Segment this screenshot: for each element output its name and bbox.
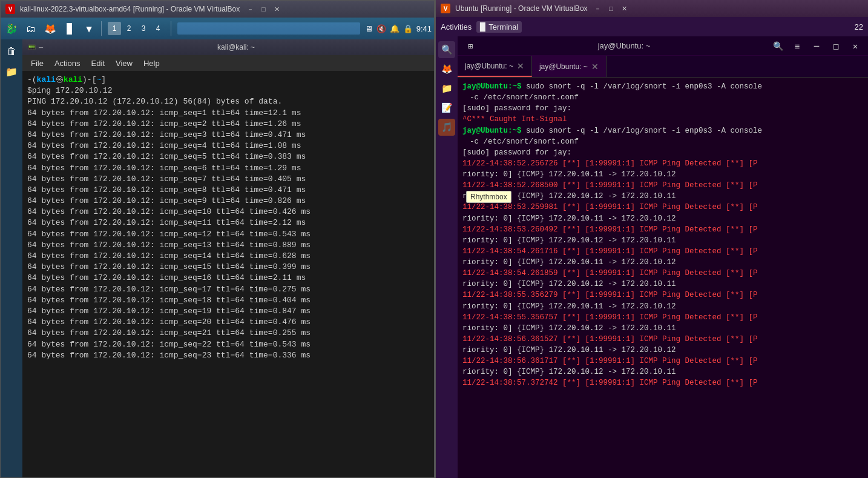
ubuntu-top-taskbar: Activities ▉ Terminal 22 [436,17,868,36]
menu-view[interactable]: View [111,58,137,69]
ubuntu-term-toolbar: ⊞ jay@Ubuntu: ~ 🔍 ≡ ─ □ ✕ [458,36,868,56]
browser-icon[interactable]: 🦊 [42,20,59,37]
terminal-icon[interactable]: ▉ [61,20,78,37]
menu-file[interactable]: File [26,58,48,69]
ubuntu-terminal-icon: ▉ [480,22,486,32]
snort-info-5: riority: 0] {ICMP} 172.20.10.11 -> 172.2… [462,257,863,268]
ping-line-10: 64 bytes from 172.20.10.12: icmp_seq=10 … [27,207,429,217]
right-close-button[interactable]: ✕ [619,3,630,14]
menu-actions[interactable]: Actions [50,58,85,69]
ubuntu-sidebar-icon-3[interactable]: 🎵 [438,119,455,136]
ping-line-5: 64 bytes from 172.20.10.12: icmp_seq=5 t… [27,151,429,162]
left-window-controls: － □ ✕ [245,4,282,15]
ubuntu-toolbar-menu[interactable]: ≡ [789,38,805,54]
ubuntu-toolbar-btn-1[interactable]: ⊞ [462,38,478,54]
ping-header-line: PING 172.20.10.12 (172.20.10.12) 56(84) … [27,96,429,107]
left-main-area: 🗑 📁 📟 ─ kali@kali: ~ File Actions Edit V… [1,39,434,477]
ubuntu-terminal-tabs: jay@Ubuntu: ~ ✕ jay@Ubuntu: ~ ✕ [458,56,868,78]
ubuntu-tab-2-label: jay@Ubuntu: ~ [539,62,588,71]
kali-terminal-content: -(kali㉿kali)-[~] $ ping 172.20.10.12 PIN… [22,71,434,477]
ubuntu-right-main: 🔍 🦊 📁 📝 🎵 ⊞ jay@Ubuntu: ~ 🔍 ≡ ─ □ ✕ jay@… [436,36,868,478]
files-icon[interactable]: 🗂 [22,20,39,37]
snort-alert-5: 11/22-14:38:54.261716 [**] [1:99991:1] I… [462,246,863,257]
ping-line-9: 64 bytes from 172.20.10.12: icmp_seq=9 t… [27,196,429,207]
sidebar-trash-icon[interactable]: 🗑 [2,42,21,60]
ping-line-7: 64 bytes from 172.20.10.12: icmp_seq=7 t… [27,174,429,185]
ubuntu-tab-2[interactable]: jay@Ubuntu: ~ ✕ [532,56,607,77]
ping-line-19: 64 bytes from 172.20.10.12: icmp_seq=19 … [27,306,429,317]
close-button[interactable]: ✕ [271,4,282,15]
workspace-1[interactable]: 1 [108,22,121,35]
ubuntu-terminal-taskbar-btn[interactable]: ▉ Terminal [476,21,522,33]
prompt-path: ~ [96,75,101,85]
workspace-3[interactable]: 3 [137,22,150,35]
snort-alert-11: 11/22-14:38:57.372742 [**] [1:99991:1] I… [462,377,863,388]
ubuntu-prompt-1: jay@Ubuntu:~$ [462,82,522,91]
snort-alert-8: 11/22-14:38:55.356757 [**] [1:99991:1] I… [462,312,863,323]
ping-line-4: 64 bytes from 172.20.10.12: icmp_seq=4 t… [27,141,429,151]
ubuntu-toolbar-search[interactable]: 🔍 [770,38,786,54]
ping-line-15: 64 bytes from 172.20.10.12: icmp_seq=15 … [27,262,429,273]
menu-help[interactable]: Help [139,58,165,69]
dropdown-arrow-icon[interactable]: ▼ [81,20,97,37]
ubuntu-tab-1[interactable]: jay@Ubuntu: ~ ✕ [458,56,532,77]
ping-line-17: 64 bytes from 172.20.10.12: icmp_seq=17 … [27,284,429,295]
ubuntu-taskbar-number: 22 [855,22,863,32]
right-maximize-button[interactable]: □ [606,3,617,14]
ubuntu-terminal-label: Terminal [488,22,518,32]
lock-icon: 🔒 [403,24,413,33]
terminal-menu-bar: File Actions Edit View Help [22,55,434,71]
menu-edit[interactable]: Edit [87,58,110,69]
snort-info-8: riority: 0] {ICMP} 172.20.10.12 -> 172.2… [462,323,863,334]
left-virtualbox-window: V kali-linux-2022.3-virtualbox-amd64 [Ru… [0,0,435,478]
ubuntu-tab-1-close[interactable]: ✕ [517,61,524,71]
ping-line-16: 64 bytes from 172.20.10.12: icmp_seq=16 … [27,273,429,284]
ubuntu-cmd-2: sudo snort -q -l /var/log/snort -i enp0s… [526,127,762,135]
snort-info-7: riority: 0] {ICMP} 172.20.10.11 -> 172.2… [462,301,863,312]
ubuntu-vbox-icon: V [441,4,450,13]
ping-line-1: 64 bytes from 172.20.10.12: icmp_seq=1 t… [27,108,429,119]
prompt-at-sym: ㉿ [56,75,64,85]
snort-info-6: riority: 0] {ICMP} 172.20.10.12 -> 172.2… [462,279,863,290]
workspace-2[interactable]: 2 [122,22,136,35]
activities-label[interactable]: Activities [441,22,472,32]
sidebar-folder-icon[interactable]: 📁 [2,62,21,81]
ubuntu-sidebar-icon-1[interactable]: 🔍 [438,41,455,58]
audio-icon: 🔇 [376,24,386,33]
maximize-button[interactable]: □ [258,4,269,15]
prompt-hostname: kali [64,75,82,85]
ubuntu-tab-2-close[interactable]: ✕ [591,62,599,71]
kali-menu-icon[interactable]: 🐉 [3,20,20,37]
ubuntu-taskbar-right: 22 [855,22,863,32]
ubuntu-sidebar-icon-2[interactable]: 📝 [438,99,455,116]
prompt-bracket-close: )-[ [82,75,96,85]
ubuntu-toolbar-title: jay@Ubuntu: ~ [482,41,766,50]
snort-alert-4: 11/22-14:38:53.260492 [**] [1:99991:1] I… [462,224,863,235]
right-titlebar: V Ubuntu [Running] - Oracle VM VirtualBo… [436,0,868,17]
snort-info-4: riority: 0] {ICMP} 172.20.10.12 -> 172.2… [462,235,863,246]
ping-line-2: 64 bytes from 172.20.10.12: icmp_seq=2 t… [27,119,429,130]
minimize-button[interactable]: － [245,4,255,15]
snort-alert-9: 11/22-14:38:56.361527 [**] [1:99991:1] I… [462,334,863,345]
ubuntu-sudo-pw-1: [sudo] password for jay: [462,103,863,114]
ubuntu-sidebar-files-icon[interactable]: 📁 [438,80,455,97]
ubuntu-sidebar-firefox-icon[interactable]: 🦊 [438,61,455,78]
ubuntu-toolbar-close[interactable]: ✕ [847,38,863,54]
snort-info-1: riority: 0] {ICMP} 172.20.10.11 -> 172.2… [462,169,863,180]
ubuntu-sidebar: 🔍 🦊 📁 📝 🎵 [436,36,458,478]
taskbar-right-area: 🖥 🔇 🔔 🔒 9:41 [365,24,432,33]
ubuntu-terminal-content: jay@Ubuntu:~$ sudo snort -q -l /var/log/… [458,78,868,478]
left-terminal-area: 📟 ─ kali@kali: ~ File Actions Edit View … [22,39,434,477]
snort-alert-2: 11/22-14:38:52.268500 [**] [1:99991:1] I… [462,180,863,191]
workspace-4[interactable]: 4 [151,22,165,35]
inner-title-text: kali@kali: ~ [217,43,255,51]
ubuntu-toolbar-maximize[interactable]: □ [828,38,844,54]
ping-line-6: 64 bytes from 172.20.10.12: icmp_seq=6 t… [27,163,429,174]
kali-taskbar: 🐉 🗂 🦊 ▉ ▼ 1 2 3 4 🖥 🔇 🔔 🔒 9:41 [1,18,434,39]
ubuntu-toolbar-minimize[interactable]: ─ [809,38,824,54]
taskbar-time: 9:41 [416,24,432,33]
right-minimize-button[interactable]: － [593,3,603,14]
ping-line-12: 64 bytes from 172.20.10.12: icmp_seq=12 … [27,229,429,240]
prompt-dollar: $ [27,85,32,96]
ubuntu-line-2b: -c /etc/snort/snort.conf [462,136,863,147]
